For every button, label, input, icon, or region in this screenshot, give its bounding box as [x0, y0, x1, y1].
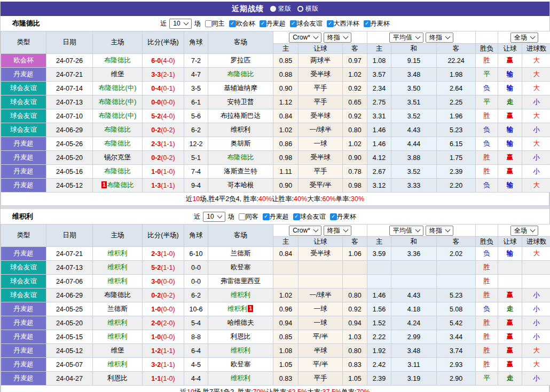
- home-team-name: 维堡: [111, 70, 124, 78]
- league-checkbox[interactable]: ✓: [330, 213, 337, 220]
- average-final-select[interactable]: 终指: [426, 226, 453, 236]
- match-row: 丹麦超24-05-26布隆德比2-3(1-1)12-2奥胡斯0.86一球1.02…: [1, 137, 550, 151]
- half-time-score: (1-0): [161, 375, 175, 382]
- home-team-name: 维堡: [111, 347, 124, 354]
- league-filter[interactable]: ✓丹麦超: [260, 19, 286, 28]
- match-row: 丹麦超24-05-07维积利3-2(1-1)4-5欧登塞1.05平/半0.832…: [1, 358, 550, 372]
- odds-company-select[interactable]: Crow*: [289, 226, 321, 236]
- league-checkbox[interactable]: ✓: [290, 20, 297, 27]
- avg-draw-cell: 3.88: [391, 151, 437, 165]
- scope-group-header: 全场: [498, 225, 550, 237]
- sub-column-header: 主: [367, 237, 391, 247]
- radio-horizontal-label[interactable]: 横版: [305, 4, 318, 13]
- league-checkbox[interactable]: ✓: [263, 213, 270, 220]
- away-team-cell: 弗雷德里西亚: [208, 275, 273, 289]
- corners-cell: 9-4: [184, 179, 208, 193]
- layout-option-horizontal[interactable]: 横版: [297, 4, 318, 13]
- goals-result-cell: 小: [522, 316, 550, 330]
- away-team-name: 弗雷德里西亚: [221, 277, 261, 285]
- home-team-cell: 布隆德比(中): [93, 95, 143, 109]
- scope-select[interactable]: 全场: [510, 226, 538, 236]
- league-label: 球会友谊: [300, 212, 326, 221]
- score-cell: 1-0(1-0): [143, 165, 184, 179]
- avg-draw-cell: 3.51: [391, 95, 437, 109]
- avg-away-cell: 2.25: [437, 95, 476, 109]
- home-team-name: 维积利: [107, 277, 128, 285]
- full-time-score: 2-3: [151, 250, 161, 258]
- handicap-cell: [298, 261, 343, 275]
- same-venue-filter[interactable]: 同客: [239, 212, 258, 221]
- result-cell: 胜: [476, 109, 498, 123]
- league-filter[interactable]: ✓丹麦超: [263, 212, 289, 221]
- radio-horizontal-icon[interactable]: [297, 6, 303, 12]
- radio-vertical-icon[interactable]: [270, 6, 276, 12]
- summary-text: 10: [187, 388, 194, 392]
- league-checkbox[interactable]: ✓: [327, 20, 334, 27]
- away-team-name: 欧登塞: [231, 361, 251, 368]
- home-team-name: 布隆德比: [104, 140, 131, 147]
- home-team-name: 布隆德比: [107, 181, 134, 189]
- match-count-select[interactable]: 10: [203, 212, 225, 222]
- radio-vertical-label[interactable]: 竖版: [278, 4, 291, 13]
- score-cell: 1-3(1-1): [143, 179, 184, 193]
- away-team-name: 洛斯查兰特: [224, 167, 257, 175]
- corners-cell: 7-4: [184, 165, 208, 179]
- handicap-cell: 受半球: [298, 68, 343, 82]
- away-team-name: 奥胡斯: [231, 140, 251, 147]
- summary-text: 大率:: [307, 195, 322, 204]
- home-odds-cell: 0.86: [273, 137, 298, 151]
- handicap-result-cell: 赢: [498, 151, 522, 165]
- same-venue-checkbox[interactable]: [205, 20, 212, 27]
- match-row: 丹麦超24-05-121布隆德比1-3(1-1)9-4哥本哈根0.90受平/半0…: [1, 179, 550, 193]
- match-count-select[interactable]: 10: [169, 19, 191, 29]
- goals-result-cell: 大: [522, 179, 550, 193]
- avg-draw-cell: [391, 261, 437, 275]
- corners-cell: 6-10: [184, 247, 208, 261]
- match-row: 球会友谊24-07-13维积利5-2(1-1)0-0欧登塞胜: [1, 261, 550, 275]
- average-select[interactable]: 平均值: [389, 226, 423, 236]
- same-venue-filter[interactable]: 同主: [205, 19, 225, 28]
- league-filter[interactable]: ✓球会友谊: [290, 19, 323, 28]
- away-odds-cell: 0.83: [343, 358, 367, 372]
- sub-column-header: 进球数: [522, 44, 550, 54]
- handicap-cell: 一/球半: [298, 123, 343, 137]
- goals-result-cell: 小: [522, 95, 550, 109]
- average-group-header: 平均值终指: [367, 31, 476, 44]
- league-filter[interactable]: ✓丹麦杯: [330, 212, 356, 221]
- league-filter[interactable]: ✓球会友谊: [293, 212, 326, 221]
- league-checkbox[interactable]: ✓: [260, 20, 266, 27]
- half-time-score: (0-0): [161, 306, 175, 313]
- odds-final-select[interactable]: 终指: [324, 226, 351, 236]
- avg-away-cell: 5.08: [437, 302, 476, 316]
- odds-company-select[interactable]: Crow*: [289, 33, 321, 43]
- summary-text: 单率:: [336, 195, 351, 204]
- home-team-name: 兰德斯: [107, 305, 128, 313]
- average-select[interactable]: 平均值: [389, 33, 423, 43]
- league-filter[interactable]: ✓丹麦杯: [364, 19, 390, 28]
- away-team-cell: 布隆德比: [208, 68, 273, 82]
- corners-cell: 6-4: [184, 344, 208, 358]
- goals-result-cell: 小: [522, 123, 550, 137]
- league-checkbox[interactable]: ✓: [229, 20, 236, 27]
- recent-results-page: 近期战绩 竖版 横版 布隆德比 近10场同主✓欧会杯✓丹麦超✓球会友谊✓大西洋杯…: [0, 2, 550, 392]
- chevron-down-icon: [183, 20, 188, 25]
- full-time-score: 0-0: [151, 99, 161, 106]
- league-filter[interactable]: ✓欧会杯: [229, 19, 255, 28]
- match-row: 丹麦超24-05-12维堡1-2(1-1)6-4维积利1.08半球0.801.9…: [1, 344, 550, 358]
- scope-select[interactable]: 全场: [510, 33, 538, 43]
- league-filter[interactable]: ✓大西洋杯: [327, 19, 359, 28]
- layout-option-vertical[interactable]: 竖版: [270, 4, 291, 13]
- summary-text: 70%: [253, 388, 266, 392]
- odds-final-select[interactable]: 终指: [324, 33, 351, 43]
- league-checkbox[interactable]: ✓: [364, 20, 371, 27]
- league-checkbox[interactable]: ✓: [293, 213, 300, 220]
- average-final-select[interactable]: 终指: [426, 33, 453, 43]
- same-venue-checkbox[interactable]: [239, 213, 246, 220]
- summary-text: 场,胜7平1负2, 胜率:: [194, 388, 253, 392]
- home-team-name: 维积利: [107, 319, 128, 326]
- away-odds-cell: 0.92: [343, 302, 367, 316]
- half-time-score: (1-1): [161, 182, 175, 189]
- result-cell: 平: [476, 95, 498, 109]
- result-cell: 胜: [476, 165, 498, 179]
- home-team-name: 维积利: [107, 361, 128, 368]
